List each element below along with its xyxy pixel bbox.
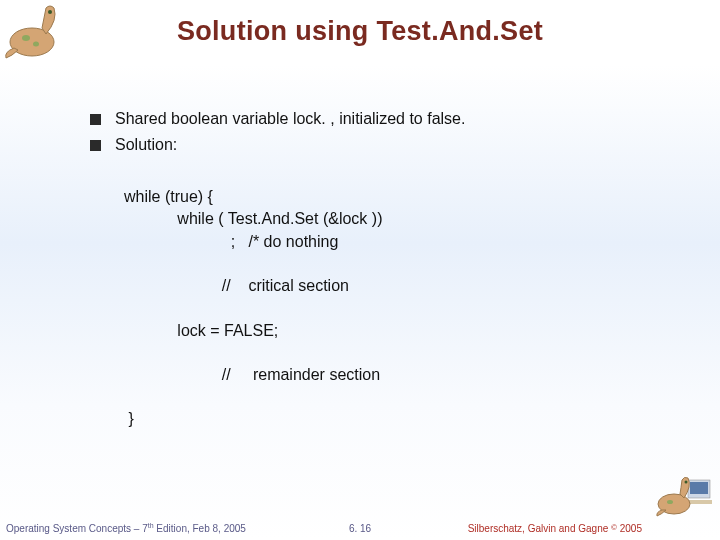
code-block: while (true) { while ( Test.And.Set (&lo… (124, 186, 680, 431)
svg-point-8 (685, 481, 688, 484)
footer-text: Silberschatz, Galvin and Gagne (468, 523, 611, 534)
bullet-text: Shared boolean variable lock. , initiali… (115, 110, 465, 128)
slide-content: Shared boolean variable lock. , initiali… (90, 110, 680, 431)
svg-point-1 (48, 10, 52, 14)
bullet-item: Shared boolean variable lock. , initiali… (90, 110, 680, 128)
footer-text: 2005 (617, 523, 642, 534)
dinosaur-logo-bottom (654, 472, 714, 520)
footer-text: Edition, Feb 8, 2005 (154, 523, 246, 534)
slide-title: Solution using Test.And.Set (0, 16, 720, 47)
code-line: } (124, 408, 680, 430)
code-line: // critical section (124, 275, 680, 297)
bullet-text: Solution: (115, 136, 177, 154)
footer-page-number: 6. 16 (349, 523, 371, 534)
code-line: while (true) { (124, 186, 680, 208)
code-line: ; /* do nothing (124, 231, 680, 253)
square-bullet-icon (90, 114, 101, 125)
code-line: lock = FALSE; (124, 320, 680, 342)
code-line: while ( Test.And.Set (&lock )) (124, 208, 680, 230)
svg-rect-5 (690, 482, 708, 494)
footer-text: Operating System Concepts – 7 (6, 523, 148, 534)
footer-right: Silberschatz, Galvin and Gagne © 2005 (468, 523, 642, 534)
square-bullet-icon (90, 140, 101, 151)
footer-left: Operating System Concepts – 7th Edition,… (6, 522, 246, 534)
code-line: // remainder section (124, 364, 680, 386)
bullet-item: Solution: (90, 136, 680, 154)
svg-point-9 (667, 500, 673, 504)
